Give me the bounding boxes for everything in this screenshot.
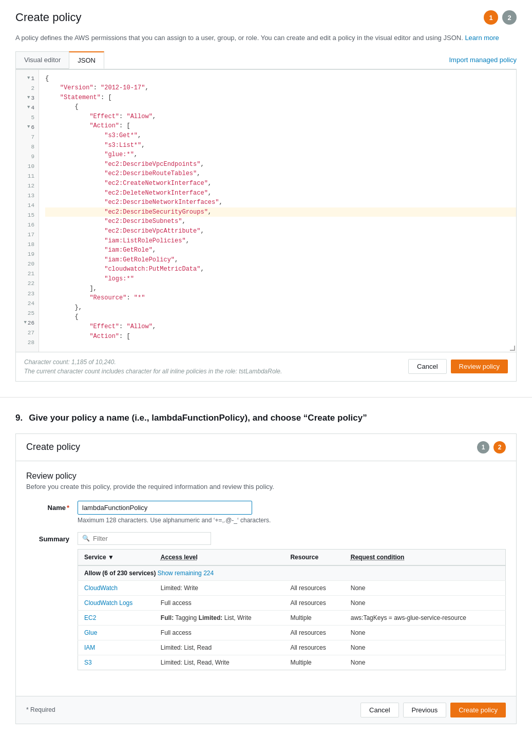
policy-card-title: Create policy bbox=[26, 442, 80, 452]
card-step-1: 1 bbox=[477, 441, 489, 453]
service-link[interactable]: Glue bbox=[84, 629, 97, 636]
tab-bar: Visual editor JSON Import managed policy bbox=[15, 51, 517, 69]
policy-card-steps: 1 2 bbox=[477, 441, 506, 453]
summary-filter[interactable]: 🔍 bbox=[78, 532, 211, 545]
step-1-indicator: 1 bbox=[484, 10, 498, 25]
filter-icon: 🔍 bbox=[82, 535, 90, 542]
policy-card-header: Create policy 1 2 bbox=[16, 434, 516, 461]
char-count-text: Character count: 1,185 of 10,240. The cu… bbox=[24, 357, 282, 376]
json-editor[interactable]: ▼12▼3▼45▼6789101112131415161718192021222… bbox=[15, 69, 517, 352]
summary-label: Summary bbox=[26, 532, 78, 543]
name-label: Name bbox=[26, 501, 78, 512]
show-remaining-link[interactable]: Show remaining 224 bbox=[158, 570, 214, 577]
summary-table: Service ▼ Access level Resource Request … bbox=[78, 549, 506, 670]
learn-more-link[interactable]: Learn more bbox=[465, 34, 499, 42]
service-link[interactable]: EC2 bbox=[84, 614, 96, 621]
step-2-indicator: 2 bbox=[502, 10, 517, 25]
tab-visual-editor[interactable]: Visual editor bbox=[15, 51, 69, 69]
line-numbers: ▼12▼3▼45▼6789101112131415161718192021222… bbox=[16, 70, 39, 352]
policy-card-body: Review policy Before you create this pol… bbox=[16, 461, 516, 681]
col-resource: Resource bbox=[284, 549, 344, 565]
bottom-actions: Cancel Previous Create policy bbox=[360, 703, 506, 717]
table-row: Glue Full access All resources None bbox=[78, 625, 506, 640]
create-policy-button[interactable]: Create policy bbox=[450, 703, 506, 717]
review-section-desc: Before you create this policy, provide t… bbox=[26, 483, 506, 490]
tab-json[interactable]: JSON bbox=[69, 51, 104, 69]
filter-input[interactable] bbox=[93, 535, 206, 542]
table-row: IAM Limited: List, Read All resources No… bbox=[78, 640, 506, 655]
col-access: Access level bbox=[155, 549, 284, 565]
summary-content: 🔍 Service ▼ Access level Resource Reques… bbox=[78, 532, 506, 670]
summary-row: Summary 🔍 Service ▼ Access level bbox=[26, 532, 506, 670]
name-input[interactable] bbox=[78, 501, 252, 515]
page-title: Create policy bbox=[15, 11, 81, 24]
service-link[interactable]: IAM bbox=[84, 644, 95, 651]
required-note: * Required bbox=[26, 706, 55, 713]
service-link[interactable]: S3 bbox=[84, 659, 92, 666]
service-link[interactable]: CloudWatch Logs bbox=[84, 599, 132, 607]
table-row: CloudWatch Limited: Write All resources … bbox=[78, 580, 506, 595]
policy-card: Create policy 1 2 Review policy Before y… bbox=[15, 433, 517, 724]
table-row: EC2 Full: Tagging Limited: List, Write M… bbox=[78, 610, 506, 625]
step-indicators: 1 2 bbox=[484, 10, 517, 25]
table-row: S3 Limited: List, Read, Write Multiple N… bbox=[78, 655, 506, 670]
code-content[interactable]: { "Version": "2012-10-17", "Statement": … bbox=[39, 70, 516, 352]
step9-section: 9.Give your policy a name (i.e., lambdaF… bbox=[0, 397, 532, 724]
action-buttons: Cancel Review policy bbox=[408, 359, 508, 374]
card-cancel-button[interactable]: Cancel bbox=[360, 703, 398, 717]
resize-handle[interactable] bbox=[510, 346, 516, 352]
card-step-2: 2 bbox=[493, 441, 506, 453]
name-form-row: Name Maximum 128 characters. Use alphanu… bbox=[26, 501, 506, 524]
char-count-bar: Character count: 1,185 of 10,240. The cu… bbox=[15, 352, 517, 382]
import-managed-policy-link[interactable]: Import managed policy bbox=[449, 56, 517, 64]
page-description: A policy defines the AWS permissions tha… bbox=[15, 33, 517, 43]
previous-button[interactable]: Previous bbox=[403, 703, 447, 717]
col-request-condition: Request condition bbox=[345, 549, 506, 565]
name-field: Maximum 128 characters. Use alphanumeric… bbox=[78, 501, 506, 524]
service-link[interactable]: CloudWatch bbox=[84, 584, 118, 592]
col-service[interactable]: Service ▼ bbox=[78, 549, 155, 565]
table-row: CloudWatch Logs Full access All resource… bbox=[78, 595, 506, 610]
name-hint: Maximum 128 characters. Use alphanumeric… bbox=[78, 517, 506, 524]
step9-label: 9.Give your policy a name (i.e., lambdaF… bbox=[15, 413, 517, 423]
bottom-bar: * Required Cancel Previous Create policy bbox=[16, 696, 516, 724]
review-section-title: Review policy bbox=[26, 471, 506, 481]
cancel-button[interactable]: Cancel bbox=[408, 359, 446, 374]
review-policy-button[interactable]: Review policy bbox=[451, 360, 508, 373]
